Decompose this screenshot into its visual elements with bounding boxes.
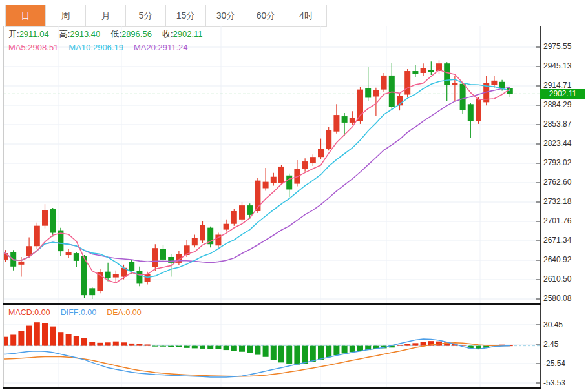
candle-up [239, 205, 245, 220]
legend-item: 收:2902.11 [162, 29, 203, 39]
price-tick-label: 2914.71 [543, 81, 571, 90]
candle-down [89, 288, 95, 295]
tab-timeframe-3[interactable]: 5分 [126, 5, 166, 26]
ma20-line [3, 87, 510, 262]
candle-up [373, 90, 379, 97]
macd-bar-positive [58, 332, 63, 345]
macd-bar-positive [50, 327, 56, 346]
macd-bar-negative [255, 346, 260, 355]
candle-up [421, 68, 426, 73]
macd-bar-negative [152, 346, 158, 347]
macd-bar-positive [34, 322, 40, 345]
candle-down [444, 63, 450, 85]
macd-legend-row: MACD:0.00DIFF:0.00DEA:0.00 [8, 308, 152, 317]
macd-bar-negative [326, 346, 331, 358]
tab-timeframe-2[interactable]: 月 [86, 5, 126, 26]
macd-bar-positive [113, 342, 119, 346]
candle-down [129, 262, 134, 271]
macd-bar-positive [136, 344, 142, 346]
macd-bar-negative [192, 346, 198, 349]
macd-tick-label: -53.53 [543, 378, 565, 387]
legend-item: 开:2911.04 [8, 29, 49, 39]
macd-bar-positive [97, 343, 103, 346]
candle-down [136, 271, 142, 284]
candle-up [357, 90, 363, 121]
candle-down [460, 84, 466, 110]
candle-down [168, 257, 174, 263]
macd-bar-negative [318, 346, 324, 360]
macd-bar-negative [184, 346, 190, 348]
macd-bar-positive [421, 342, 426, 346]
tab-timeframe-5[interactable]: 30分 [206, 5, 246, 26]
price-tick-label: 2732.18 [543, 197, 571, 206]
legend-item: DIFF:0.00 [61, 308, 97, 317]
macd-bar-negative [247, 346, 253, 353]
candle-up [200, 225, 205, 241]
candle-up [452, 83, 457, 85]
legend-item: MA5:2908.51 [8, 43, 58, 52]
macd-bar-negative [310, 346, 316, 362]
price-tick-label: 2640.92 [543, 255, 571, 264]
ma-legend-row: MA5:2908.51MA10:2906.19MA20:2911.24 [8, 43, 198, 52]
macd-bar-positive [121, 342, 127, 345]
last-price-badge: 2902.11 [540, 89, 585, 99]
bottom-border [3, 387, 541, 389]
candle-up [278, 167, 284, 183]
candle-up [152, 248, 158, 267]
macd-tick-label: -25.54 [543, 359, 565, 368]
candle-up [66, 252, 72, 255]
macd-bar-positive [129, 344, 134, 346]
candlestick-chart[interactable] [3, 26, 540, 305]
tab-timeframe-7[interactable]: 4时 [286, 5, 326, 26]
macd-bar-negative [215, 346, 221, 349]
candle-down [74, 253, 79, 261]
macd-bar-negative [263, 346, 269, 357]
macd-bar-positive [404, 344, 410, 346]
candle-up [491, 81, 497, 85]
candle-down [499, 82, 505, 88]
candle-down [286, 176, 292, 190]
macd-bar-negative [342, 346, 348, 354]
macd-chart[interactable] [3, 305, 540, 389]
macd-bar-negative [200, 346, 205, 349]
tab-timeframe-1[interactable]: 周 [46, 5, 86, 26]
macd-bar-positive [412, 343, 418, 345]
macd-tick-label: 30.45 [543, 320, 563, 329]
price-tick-label: 2610.50 [543, 274, 571, 283]
candle-down [468, 104, 474, 121]
candle-up [18, 262, 24, 265]
candle-up [318, 149, 324, 157]
price-tick-label: 2823.44 [543, 139, 571, 148]
legend-item: MA10:2906.19 [68, 43, 123, 52]
macd-bar-positive [74, 336, 79, 346]
candle-down [160, 249, 166, 260]
price-tick-label: 2762.60 [543, 178, 571, 187]
candle-up [310, 157, 316, 163]
macd-bar-positive [145, 344, 151, 345]
legend-item: 低:2896.56 [110, 29, 152, 39]
macd-bar-negative [302, 346, 308, 364]
macd-bar-negative [160, 346, 166, 347]
macd-bar-positive [42, 323, 48, 345]
candle-up [263, 182, 269, 189]
legend-item: MACD:0.00 [8, 308, 50, 317]
plot-left-border [3, 26, 4, 387]
legend-item: MA20:2911.24 [134, 43, 188, 52]
candle-down [342, 116, 348, 123]
price-tick-label: 2884.29 [543, 100, 571, 109]
price-tick-label: 2945.13 [543, 61, 571, 70]
tab-timeframe-6[interactable]: 60分 [246, 5, 286, 26]
timeframe-tabbar: 日周月5分15分30分60分4时 [5, 5, 327, 27]
macd-tick-label: 2.45 [543, 340, 558, 349]
candle-up [271, 177, 277, 183]
ma5-line [3, 70, 510, 283]
tab-timeframe-4[interactable]: 15分 [166, 5, 206, 26]
candle-up [476, 99, 481, 121]
tab-timeframe-0[interactable]: 日 [6, 5, 46, 26]
price-tick-label: 2671.34 [543, 236, 571, 245]
macd-bar-positive [18, 331, 24, 346]
macd-bar-negative [271, 346, 277, 360]
macd-bar-negative [333, 346, 339, 355]
legend-item: DEA:0.00 [107, 308, 142, 317]
candle-up [302, 161, 308, 169]
